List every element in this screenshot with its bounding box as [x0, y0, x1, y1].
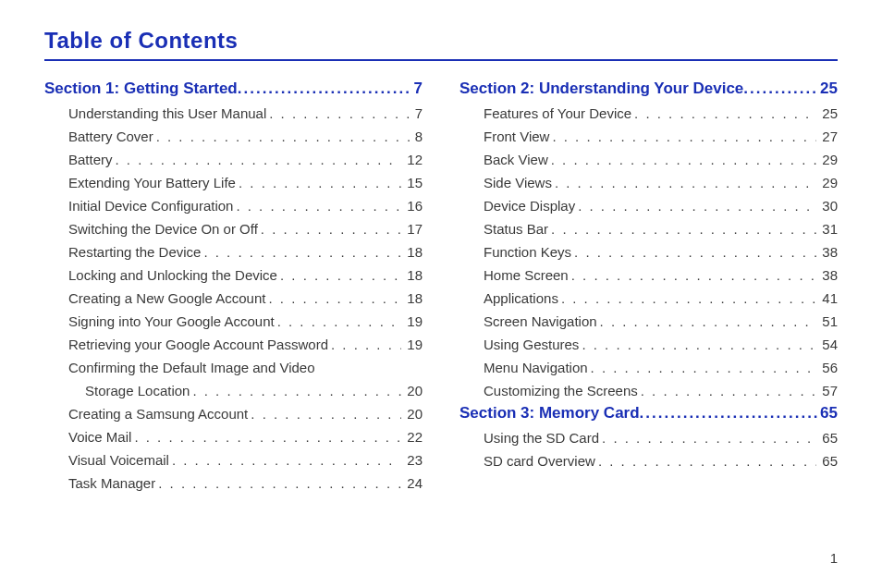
- toc-entry[interactable]: Extending Your Battery Life 15: [44, 171, 423, 194]
- toc-entry[interactable]: Screen Navigation 51: [459, 310, 838, 333]
- toc-entry[interactable]: Back View 29: [459, 148, 838, 171]
- section-3-label: Section 3: Memory Card: [459, 404, 640, 423]
- left-column: Section 1: Getting Started 7 Understandi…: [44, 78, 423, 495]
- toc-entry[interactable]: Device Display 30: [459, 194, 838, 217]
- page: Table of Contents Section 1: Getting Sta…: [0, 0, 882, 588]
- toc-entry[interactable]: Using the SD Card 65: [459, 426, 838, 449]
- toc-entry[interactable]: Task Manager 24: [44, 472, 423, 495]
- toc-entry[interactable]: Voice Mail 22: [44, 425, 423, 448]
- section-1-label: Section 1: Getting Started: [44, 80, 238, 98]
- leader-dots: [238, 80, 412, 98]
- section-1-heading[interactable]: Section 1: Getting Started 7: [44, 80, 423, 98]
- toc-entry[interactable]: Visual Voicemail23: [44, 448, 423, 472]
- toc-entry[interactable]: Customizing the Screens 57: [459, 379, 838, 402]
- toc-entry[interactable]: Status Bar 31: [459, 217, 838, 240]
- toc-entry[interactable]: Signing into Your Google Account19: [44, 310, 423, 333]
- toc-entry[interactable]: Restarting the Device18: [44, 240, 423, 263]
- toc-entry[interactable]: Home Screen 38: [459, 263, 838, 287]
- section-1-page: 7: [412, 80, 423, 98]
- leader-dots: [640, 404, 818, 423]
- section-2-page: 25: [818, 80, 838, 98]
- toc-entry[interactable]: Front View 27: [459, 125, 838, 148]
- toc-entry[interactable]: Battery Cover8: [44, 125, 423, 148]
- toc-entry[interactable]: Creating a New Google Account18: [44, 287, 423, 310]
- toc-entry[interactable]: Battery12: [44, 148, 423, 171]
- section-3-heading[interactable]: Section 3: Memory Card 65: [459, 404, 838, 423]
- toc-entry-multiline-1[interactable]: Confirming the Default Image and Video: [44, 356, 423, 379]
- toc-entry[interactable]: Switching the Device On or Off17: [44, 217, 423, 240]
- page-number: 1: [830, 550, 838, 566]
- right-column: Section 2: Understanding Your Device 25 …: [459, 78, 838, 495]
- toc-entry[interactable]: Understanding this User Manual7: [44, 102, 423, 125]
- toc-entry[interactable]: Side Views 29: [459, 171, 838, 194]
- leader-dots: [743, 80, 818, 98]
- title-rule: [44, 59, 838, 61]
- columns: Section 1: Getting Started 7 Understandi…: [44, 78, 838, 495]
- section-2-label: Section 2: Understanding Your Device: [459, 80, 743, 98]
- toc-entry[interactable]: SD card Overview65: [459, 449, 838, 472]
- toc-entry[interactable]: Locking and Unlocking the Device 18: [44, 263, 423, 287]
- toc-entry-multiline-2[interactable]: Storage Location 20: [44, 379, 423, 402]
- toc-entry[interactable]: Menu Navigation 56: [459, 356, 838, 379]
- toc-entry[interactable]: Retrieving your Google Account Password …: [44, 333, 423, 356]
- toc-title: Table of Contents: [44, 28, 838, 59]
- section-3-page: 65: [818, 404, 838, 423]
- toc-entry[interactable]: Initial Device Configuration16: [44, 194, 423, 217]
- toc-entry[interactable]: Features of Your Device 25: [459, 102, 838, 125]
- toc-entry[interactable]: Creating a Samsung Account20: [44, 402, 423, 425]
- section-2-heading[interactable]: Section 2: Understanding Your Device 25: [459, 80, 838, 98]
- toc-entry[interactable]: Using Gestures54: [459, 333, 838, 356]
- toc-entry[interactable]: Function Keys38: [459, 240, 838, 263]
- toc-entry[interactable]: Applications 41: [459, 287, 838, 310]
